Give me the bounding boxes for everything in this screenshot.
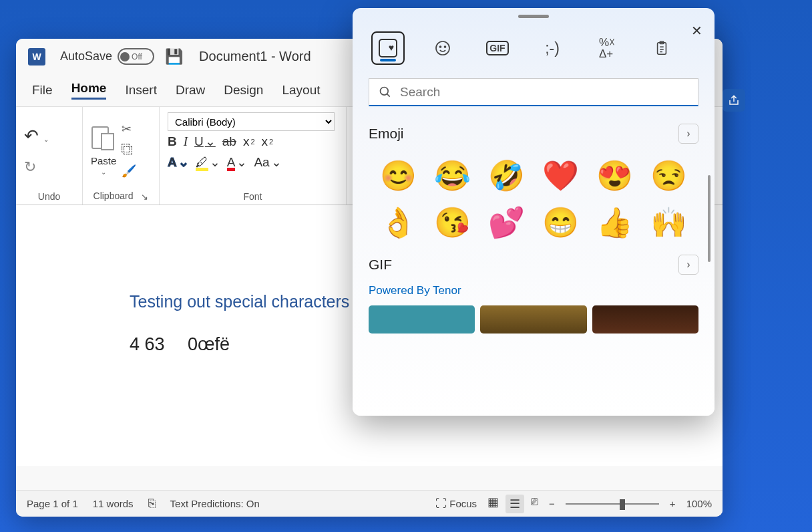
zoom-slider[interactable]: [566, 503, 659, 505]
emoji-panel: ✕ ♥ GIF ;-) %☓Δ+ Emoji › 😊 😂 🤣 ❤️ 😍 😒 👌 …: [353, 8, 715, 416]
clipboard-group-label: Clipboard↘: [91, 188, 151, 202]
tab-insert[interactable]: Insert: [125, 83, 157, 98]
tab-sticker[interactable]: ♥: [371, 31, 405, 65]
zoom-thumb-icon: [620, 499, 625, 510]
redo-icon[interactable]: ↻: [24, 158, 36, 176]
emoji-item[interactable]: 😊: [377, 161, 420, 190]
gif-section-header: GIF ›: [353, 249, 715, 280]
italic-button[interactable]: I: [184, 134, 188, 149]
print-layout-icon[interactable]: ☰: [505, 495, 524, 513]
svg-point-1: [440, 46, 441, 47]
svg-point-0: [436, 41, 449, 55]
emoji-more-button[interactable]: ›: [678, 124, 698, 144]
spellcheck-icon[interactable]: ⎘: [148, 497, 156, 511]
undo-group-label: Undo: [24, 188, 74, 202]
drag-handle-icon[interactable]: [518, 15, 549, 18]
zoom-out-icon[interactable]: −: [549, 498, 555, 509]
tab-layout[interactable]: Layout: [282, 83, 320, 98]
strikethrough-button[interactable]: ab: [222, 134, 236, 149]
tenor-link[interactable]: Powered By Tenor: [353, 280, 715, 305]
emoji-item[interactable]: 😘: [431, 208, 474, 237]
autosave-state: Off: [132, 52, 142, 61]
emoji-item[interactable]: 🙌: [647, 208, 690, 237]
scrollbar-icon[interactable]: [708, 175, 710, 262]
emoji-item[interactable]: 😁: [539, 208, 582, 237]
zoom-level[interactable]: 100%: [686, 498, 712, 509]
tab-gif[interactable]: GIF: [481, 31, 514, 65]
change-case-button[interactable]: Aa ⌄: [254, 154, 281, 170]
undo-group: ↶ ⌄ ↻ Undo: [16, 107, 83, 205]
chevron-down-icon: ⌄: [101, 168, 106, 176]
emoji-item[interactable]: 👌: [377, 208, 420, 237]
panel-tabs: ♥ GIF ;-) %☓Δ+: [353, 22, 715, 72]
clipboard-buttons: ✂ ⿻ 🖌️: [122, 122, 136, 178]
autosave-toggle[interactable]: Off: [118, 48, 154, 65]
emoji-item[interactable]: 😍: [593, 161, 636, 190]
text-effects-button[interactable]: A ⌄: [168, 154, 189, 170]
tab-design[interactable]: Design: [224, 83, 263, 98]
paste-icon: [91, 125, 116, 153]
sticker-icon: ♥: [379, 39, 397, 57]
gif-more-button[interactable]: ›: [678, 255, 698, 275]
paste-button[interactable]: Paste ⌄: [91, 125, 116, 176]
tab-draw[interactable]: Draw: [176, 83, 205, 98]
tab-file[interactable]: File: [32, 83, 53, 98]
toggle-knob-icon: [120, 52, 130, 61]
word-logo: W: [28, 48, 45, 65]
svg-point-8: [381, 87, 389, 95]
gif-thumbnail[interactable]: [369, 305, 475, 334]
dialog-launcher-icon[interactable]: ↘: [141, 192, 148, 202]
web-layout-icon[interactable]: ⎚: [531, 495, 538, 513]
svg-line-9: [387, 94, 390, 96]
search-icon: [379, 86, 392, 99]
status-bar: Page 1 of 1 11 words ⎘ Text Predictions:…: [16, 490, 723, 517]
tab-clipboard[interactable]: [645, 31, 678, 65]
emoji-item[interactable]: 👍: [593, 208, 636, 237]
emoji-item[interactable]: 🤣: [485, 161, 528, 190]
font-group-label: Font: [168, 188, 338, 202]
word-count[interactable]: 11 words: [93, 498, 134, 509]
emoji-item[interactable]: 💕: [485, 208, 528, 237]
bold-button[interactable]: B: [168, 134, 177, 149]
svg-point-2: [445, 46, 446, 47]
gif-row: [353, 305, 715, 334]
page-status[interactable]: Page 1 of 1: [27, 498, 78, 509]
gif-section-title: GIF: [369, 257, 392, 273]
tab-symbols[interactable]: %☓Δ+: [590, 31, 624, 65]
emoji-item[interactable]: 😒: [647, 161, 690, 190]
subscript-button[interactable]: x2: [243, 134, 255, 149]
undo-icon[interactable]: ↶ ⌄: [24, 126, 49, 146]
gif-thumbnail[interactable]: [592, 305, 698, 334]
save-icon[interactable]: 💾: [165, 48, 183, 65]
zoom-in-icon[interactable]: +: [670, 498, 676, 509]
share-button[interactable]: [723, 89, 745, 112]
read-mode-icon[interactable]: ▦: [487, 495, 499, 513]
emoji-section-header: Emoji ›: [353, 118, 715, 149]
tab-home[interactable]: Home: [71, 81, 107, 100]
emoji-section-title: Emoji: [369, 126, 404, 142]
search-box[interactable]: [369, 78, 698, 106]
font-group: Calibri (Body) B I U ⌄ ab x2 x2 A ⌄ 🖊 ⌄ …: [160, 107, 347, 205]
cut-icon[interactable]: ✂: [122, 122, 136, 136]
gif-thumbnail[interactable]: [480, 305, 586, 334]
clipboard-group: Paste ⌄ ✂ ⿻ 🖌️ Clipboard↘: [83, 107, 160, 205]
superscript-button[interactable]: x2: [262, 134, 274, 149]
copy-icon[interactable]: ⿻: [122, 143, 136, 157]
font-color-button[interactable]: A ⌄: [227, 154, 248, 170]
svg-rect-3: [658, 43, 666, 54]
paste-label: Paste: [91, 155, 116, 166]
emoji-item[interactable]: ❤️: [539, 161, 582, 190]
search-input[interactable]: [400, 85, 688, 100]
tab-emoji[interactable]: [426, 31, 459, 65]
highlight-button[interactable]: 🖊 ⌄: [196, 154, 220, 170]
format-painter-icon[interactable]: 🖌️: [122, 164, 136, 178]
font-name-select[interactable]: Calibri (Body): [168, 112, 335, 131]
emoji-item[interactable]: 😂: [431, 161, 474, 190]
text-predictions[interactable]: Text Predictions: On: [170, 498, 260, 509]
panel-close-button[interactable]: ✕: [691, 23, 702, 39]
tab-kaomoji[interactable]: ;-): [536, 31, 569, 65]
underline-button[interactable]: U ⌄: [194, 134, 216, 149]
document-title: Document1 - Word: [199, 49, 311, 64]
focus-mode[interactable]: ⛶ Focus: [435, 497, 477, 511]
autosave-label: AutoSave: [60, 49, 112, 63]
